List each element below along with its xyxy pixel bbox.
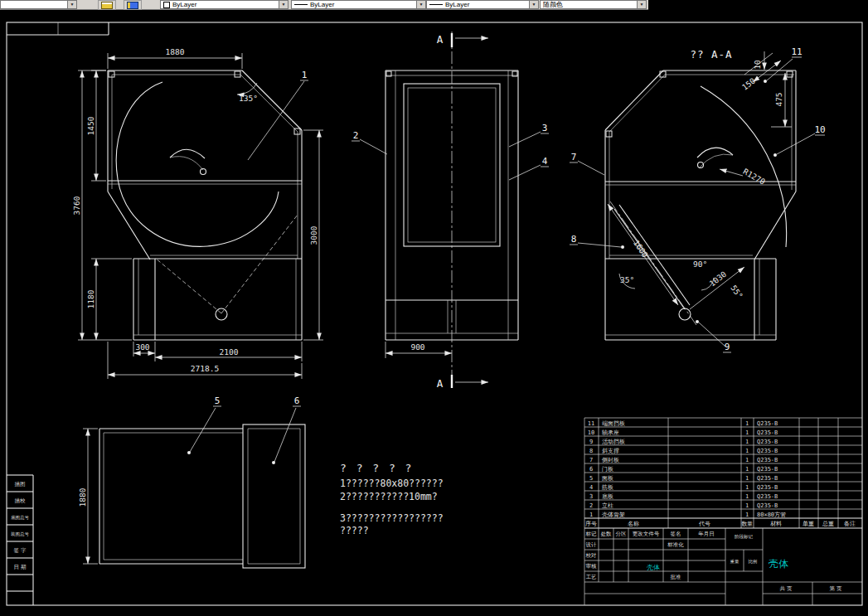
layers-button[interactable] bbox=[98, 0, 116, 10]
bom-row: 11端面挡板1Q235-B bbox=[588, 420, 778, 427]
svg-text:序号: 序号 bbox=[585, 521, 597, 527]
svg-text:1: 1 bbox=[745, 493, 749, 500]
chevron-down-icon[interactable]: ▼ bbox=[637, 1, 646, 8]
section-view: ?? A-A 1600 1030 90° bbox=[570, 46, 826, 352]
svg-text:代号: 代号 bbox=[698, 521, 710, 527]
leader-8: 8 bbox=[571, 234, 577, 245]
svg-text:1: 1 bbox=[589, 512, 593, 518]
linetype-control-combo[interactable]: ByLayer ▼ bbox=[291, 0, 426, 9]
layer-color-button[interactable] bbox=[124, 0, 142, 10]
leader-10: 10 bbox=[814, 124, 825, 135]
color-control-value: ByLayer bbox=[172, 1, 196, 8]
svg-text:1: 1 bbox=[745, 502, 749, 509]
layer-color-icon bbox=[127, 2, 138, 9]
svg-text:6: 6 bbox=[589, 466, 593, 473]
svg-text:Q235-B: Q235-B bbox=[757, 457, 778, 463]
svg-text:单重: 单重 bbox=[803, 521, 814, 527]
svg-text:1: 1 bbox=[745, 420, 749, 427]
chevron-down-icon[interactable]: ▼ bbox=[529, 1, 538, 8]
lineweight-sample-icon bbox=[429, 4, 443, 5]
properties-toolbar: ▼ ByLayer ▼ ByLayer ▼ ByLayer ▼ 随颜色 ▼ bbox=[0, 0, 648, 10]
svg-text:Q235-B: Q235-B bbox=[757, 493, 778, 500]
svg-text:侧封板: 侧封板 bbox=[602, 457, 619, 463]
section-title: ?? A-A bbox=[690, 48, 732, 61]
color-control-combo[interactable]: ByLayer ▼ bbox=[160, 0, 289, 9]
notes-line-2: 2???????????10mm? bbox=[340, 491, 438, 502]
bom-row: 9活动挡板1Q235-B bbox=[589, 439, 778, 445]
dim-1880-top: 1880 bbox=[166, 47, 185, 56]
svg-text:轴承座: 轴承座 bbox=[601, 429, 619, 436]
strip-label: 签 字 bbox=[13, 547, 27, 554]
tb-label-design: 设计 bbox=[586, 541, 598, 548]
dim-1180: 1180 bbox=[86, 289, 95, 308]
svg-text:5: 5 bbox=[589, 475, 593, 482]
svg-text:数量: 数量 bbox=[741, 521, 753, 527]
dim-2100: 2100 bbox=[220, 347, 239, 357]
strip-label: 描校 bbox=[15, 497, 27, 504]
tb-label-audit: 审核 bbox=[586, 563, 598, 570]
title-block: 标记 处数 分区 更改文件号 签名 年月日 设计 标准化 校对 审核 工艺 批准… bbox=[584, 528, 862, 605]
chevron-down-icon[interactable]: ▼ bbox=[279, 1, 288, 8]
dim-300: 300 bbox=[135, 342, 149, 352]
svg-text:面板: 面板 bbox=[601, 475, 613, 482]
layers-icon bbox=[101, 2, 113, 9]
dim-900: 900 bbox=[410, 342, 424, 352]
tb-label-page-no: 第 页 bbox=[829, 585, 842, 592]
toolbar-combo-partial[interactable]: ▼ bbox=[0, 0, 77, 9]
svg-text:10: 10 bbox=[588, 429, 594, 436]
leader-9: 9 bbox=[725, 342, 730, 352]
dim-150: 150 bbox=[740, 75, 758, 91]
svg-text:7: 7 bbox=[589, 457, 593, 463]
svg-text:Q235-B: Q235-B bbox=[757, 420, 778, 427]
bom-row: 5面板1Q235-B bbox=[589, 475, 778, 482]
plotstyle-control-value: 随颜色 bbox=[543, 1, 563, 8]
leader-3: 3 bbox=[542, 123, 548, 133]
bom-row: 4筋板1Q235-B bbox=[589, 484, 778, 491]
notes-title: ? ? ? ? ? bbox=[340, 462, 413, 474]
svg-text:2: 2 bbox=[589, 502, 593, 509]
svg-text:1: 1 bbox=[745, 457, 749, 463]
tb-label: 年月日 bbox=[698, 531, 715, 537]
notes-line-4: ????? bbox=[340, 525, 369, 536]
tb-label-scale: 比例 bbox=[749, 559, 758, 565]
plan-view: 1880 135° 1 1450 3760 1180 3000 300 2100… bbox=[72, 47, 323, 379]
dim-1450: 1450 bbox=[86, 116, 95, 135]
bom-table: 11端面挡板1Q235-B 10轴承座1Q235-B 9活动挡板1Q235-B … bbox=[584, 418, 862, 605]
svg-text:1: 1 bbox=[745, 429, 749, 436]
lineweight-control-combo[interactable]: ByLayer ▼ bbox=[426, 0, 539, 9]
leader-1: 1 bbox=[302, 70, 308, 80]
svg-text:Q235-B: Q235-B bbox=[757, 429, 778, 436]
plotstyle-control-combo[interactable]: 随颜色 ▼ bbox=[540, 0, 647, 9]
tb-label-total-pages: 共 页 bbox=[779, 585, 793, 592]
svg-text:3: 3 bbox=[589, 493, 593, 500]
chevron-down-icon[interactable]: ▼ bbox=[67, 1, 76, 8]
svg-text:1: 1 bbox=[745, 439, 749, 445]
dim-angle-35: 35° bbox=[620, 275, 634, 284]
drawing-canvas[interactable]: 描图 描校 底图总号 装图总号 签 字 日 期 bbox=[0, 0, 868, 616]
strip-label: 日 期 bbox=[13, 564, 26, 570]
leader-6: 6 bbox=[294, 395, 300, 406]
svg-text:材料: 材料 bbox=[770, 521, 782, 527]
leader-4: 4 bbox=[542, 156, 548, 167]
bom-row: 6门板1Q235-B bbox=[589, 466, 778, 473]
svg-text:8: 8 bbox=[589, 448, 593, 454]
tb-label: 分区 bbox=[616, 531, 628, 537]
svg-text:9: 9 bbox=[589, 439, 593, 445]
dim-475: 475 bbox=[774, 92, 783, 106]
bom-header-row: 序号 名称 代号 数量 材料 单重 总重 备注 bbox=[585, 520, 856, 527]
chevron-down-icon[interactable]: ▼ bbox=[416, 1, 425, 8]
strip-label: 装图总号 bbox=[11, 531, 30, 537]
notes-line-3: 3????????????????? bbox=[340, 512, 444, 524]
dim-1880-bottom: 1880 bbox=[78, 487, 87, 507]
bom-row: 2立柱1Q235-B bbox=[589, 502, 778, 509]
part-name: 壳体 bbox=[769, 558, 788, 570]
svg-text:壳体骨架: 壳体骨架 bbox=[602, 512, 625, 518]
tb-label: 标记 bbox=[585, 531, 598, 537]
svg-text:Q235-B: Q235-B bbox=[757, 448, 778, 454]
dim-angle-135: 135° bbox=[239, 94, 258, 103]
svg-text:斜支撑: 斜支撑 bbox=[602, 448, 619, 454]
bom-row: 10轴承座1Q235-B bbox=[588, 429, 778, 436]
tb-label-standard: 标准化 bbox=[667, 541, 684, 548]
svg-text:备注: 备注 bbox=[844, 520, 856, 527]
svg-text:Q235-B: Q235-B bbox=[757, 502, 778, 509]
